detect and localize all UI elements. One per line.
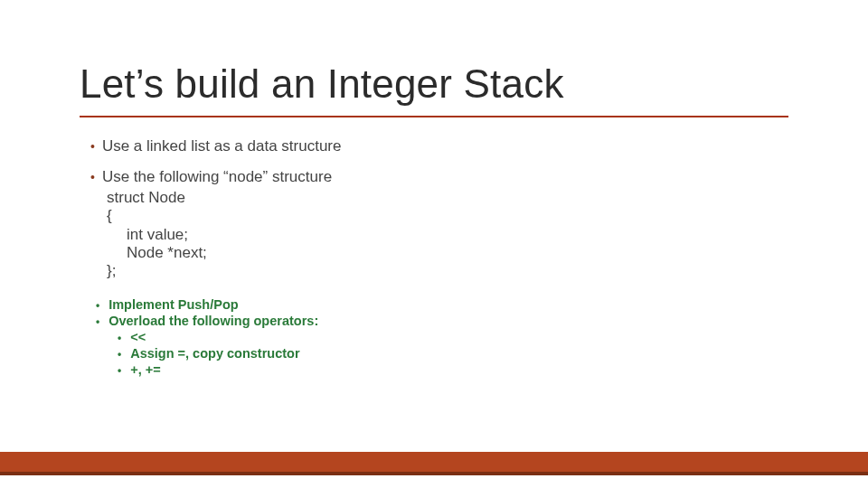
bullet-text: Use a linked list as a data structure: [102, 137, 342, 155]
bullet-text: <<: [130, 330, 146, 345]
bullet-sub-4a: • <<: [118, 330, 796, 346]
bullet-icon: •: [118, 346, 121, 362]
bullet-icon: •: [118, 362, 121, 379]
slide-body: • Use a linked list as a data structure …: [90, 137, 796, 379]
bullet-item-3: • Implement Push/Pop: [96, 297, 796, 314]
bullet-icon: •: [96, 297, 99, 314]
bullet-sub-4b: • Assign =, copy constructor: [118, 346, 796, 362]
green-bullet-group: • Implement Push/Pop • Overload the foll…: [90, 297, 796, 379]
code-line: struct Node: [107, 189, 796, 207]
code-line: Node *next;: [107, 244, 796, 262]
bullet-sub-4c: • +, +=: [118, 362, 796, 379]
bullet-icon: •: [90, 137, 95, 155]
bullet-icon: •: [118, 330, 121, 346]
bullet-icon: •: [90, 168, 95, 186]
code-line: int value;: [107, 226, 796, 244]
bullet-text: Implement Push/Pop: [108, 297, 238, 313]
code-block: struct Node { int value; Node *next; };: [107, 189, 796, 281]
footer-accent-bar: [0, 452, 868, 472]
bullet-item-4: • Overload the following operators:: [96, 314, 796, 330]
slide: Let’s build an Integer Stack • Use a lin…: [0, 0, 868, 488]
title-underline: [80, 116, 788, 117]
code-line: {: [107, 207, 796, 225]
code-line: };: [107, 262, 796, 280]
bullet-text: Use the following “node” structure: [102, 168, 332, 186]
bullet-item-2: • Use the following “node” structure str…: [90, 168, 796, 280]
bullet-icon: •: [96, 314, 99, 330]
bullet-text: Assign =, copy constructor: [130, 346, 299, 361]
slide-title: Let’s build an Integer Stack: [80, 61, 564, 107]
bullet-item-1: • Use a linked list as a data structure: [90, 137, 796, 155]
bullet-text: +, +=: [130, 362, 160, 378]
bullet-text: Overload the following operators:: [108, 314, 318, 329]
